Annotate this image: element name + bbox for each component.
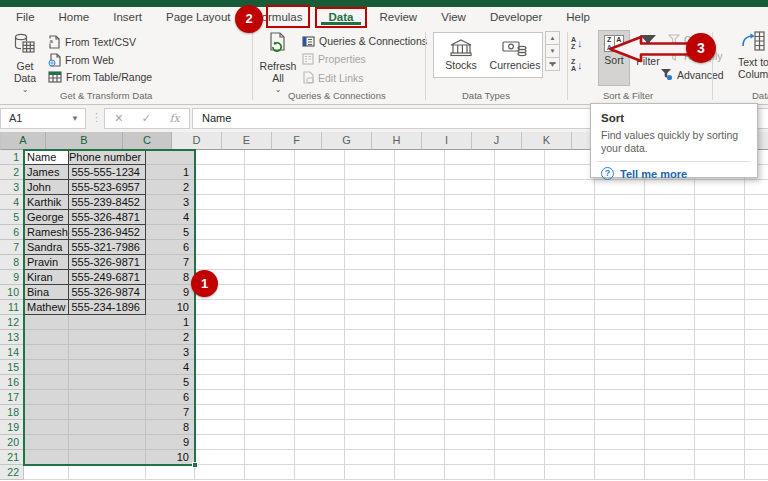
cell-A3[interactable]: John bbox=[24, 180, 69, 195]
cell-G1[interactable] bbox=[345, 150, 395, 165]
cell-L13[interactable] bbox=[595, 330, 645, 345]
cell-I18[interactable] bbox=[445, 405, 495, 420]
row-header-12[interactable]: 12 bbox=[0, 315, 24, 330]
cell-C3[interactable]: 2 bbox=[146, 180, 195, 195]
sort-ascending-button[interactable]: AZ↓ bbox=[571, 34, 595, 52]
cell-K17[interactable] bbox=[545, 390, 595, 405]
cell-A13[interactable] bbox=[24, 330, 69, 345]
cell-I14[interactable] bbox=[445, 345, 495, 360]
cell-D4[interactable] bbox=[195, 195, 245, 210]
cell-M9[interactable] bbox=[645, 270, 695, 285]
cell-O15[interactable] bbox=[745, 360, 768, 375]
cell-C15[interactable]: 4 bbox=[146, 360, 195, 375]
cell-H7[interactable] bbox=[395, 240, 445, 255]
cell-L22[interactable] bbox=[595, 465, 645, 480]
cell-A19[interactable] bbox=[24, 420, 69, 435]
column-header-H[interactable]: H bbox=[372, 132, 422, 150]
cell-L18[interactable] bbox=[595, 405, 645, 420]
cell-E5[interactable] bbox=[245, 210, 295, 225]
cell-B20[interactable] bbox=[69, 435, 146, 450]
column-header-E[interactable]: E bbox=[222, 132, 272, 150]
cell-E9[interactable] bbox=[245, 270, 295, 285]
cell-N17[interactable] bbox=[695, 390, 745, 405]
cell-N7[interactable] bbox=[695, 240, 745, 255]
cell-F17[interactable] bbox=[295, 390, 345, 405]
cell-K14[interactable] bbox=[545, 345, 595, 360]
cell-K2[interactable] bbox=[545, 165, 595, 180]
cell-E3[interactable] bbox=[245, 180, 295, 195]
cell-A7[interactable]: Sandra bbox=[24, 240, 69, 255]
cell-K1[interactable] bbox=[545, 150, 595, 165]
cell-D21[interactable] bbox=[195, 450, 245, 465]
row-header-9[interactable]: 9 bbox=[0, 270, 24, 285]
cell-J21[interactable] bbox=[495, 450, 545, 465]
cell-O14[interactable] bbox=[745, 345, 768, 360]
cell-J3[interactable] bbox=[495, 180, 545, 195]
cell-L20[interactable] bbox=[595, 435, 645, 450]
cell-F11[interactable] bbox=[295, 300, 345, 315]
cell-G3[interactable] bbox=[345, 180, 395, 195]
advanced-filter-button[interactable]: Advanced bbox=[660, 68, 724, 81]
cell-N18[interactable] bbox=[695, 405, 745, 420]
cell-N15[interactable] bbox=[695, 360, 745, 375]
cell-D14[interactable] bbox=[195, 345, 245, 360]
cell-N8[interactable] bbox=[695, 255, 745, 270]
cell-O9[interactable] bbox=[745, 270, 768, 285]
cancel-icon[interactable]: ✕ bbox=[114, 112, 123, 125]
cell-I7[interactable] bbox=[445, 240, 495, 255]
cell-L9[interactable] bbox=[595, 270, 645, 285]
cell-H9[interactable] bbox=[395, 270, 445, 285]
cell-F15[interactable] bbox=[295, 360, 345, 375]
cell-O6[interactable] bbox=[745, 225, 768, 240]
cell-L12[interactable] bbox=[595, 315, 645, 330]
cell-I21[interactable] bbox=[445, 450, 495, 465]
cell-D7[interactable] bbox=[195, 240, 245, 255]
row-header-5[interactable]: 5 bbox=[0, 210, 24, 225]
cell-G4[interactable] bbox=[345, 195, 395, 210]
cell-K9[interactable] bbox=[545, 270, 595, 285]
cell-B4[interactable]: 555-239-8452 bbox=[69, 195, 146, 210]
tell-me-more-link[interactable]: ? Tell me more bbox=[601, 167, 747, 180]
cell-K8[interactable] bbox=[545, 255, 595, 270]
cell-O13[interactable] bbox=[745, 330, 768, 345]
row-header-14[interactable]: 14 bbox=[0, 345, 24, 360]
cell-E11[interactable] bbox=[245, 300, 295, 315]
cell-J18[interactable] bbox=[495, 405, 545, 420]
cell-I12[interactable] bbox=[445, 315, 495, 330]
cell-H13[interactable] bbox=[395, 330, 445, 345]
cell-O8[interactable] bbox=[745, 255, 768, 270]
tab-file[interactable]: File bbox=[4, 7, 47, 28]
cell-H14[interactable] bbox=[395, 345, 445, 360]
cell-B3[interactable]: 555-523-6957 bbox=[69, 180, 146, 195]
cell-M3[interactable] bbox=[645, 180, 695, 195]
cell-D8[interactable] bbox=[195, 255, 245, 270]
cell-E18[interactable] bbox=[245, 405, 295, 420]
cell-G11[interactable] bbox=[345, 300, 395, 315]
cell-C12[interactable]: 1 bbox=[146, 315, 195, 330]
cell-L11[interactable] bbox=[595, 300, 645, 315]
cell-F12[interactable] bbox=[295, 315, 345, 330]
row-header-19[interactable]: 19 bbox=[0, 420, 24, 435]
cell-E15[interactable] bbox=[245, 360, 295, 375]
row-header-6[interactable]: 6 bbox=[0, 225, 24, 240]
row-header-4[interactable]: 4 bbox=[0, 195, 24, 210]
cell-D3[interactable] bbox=[195, 180, 245, 195]
refresh-all-button[interactable]: Refresh All ⌄ bbox=[256, 32, 300, 96]
cell-L15[interactable] bbox=[595, 360, 645, 375]
gallery-more-icon[interactable]: ▬▼ bbox=[545, 57, 560, 71]
cell-A8[interactable]: Pravin bbox=[24, 255, 69, 270]
cell-K5[interactable] bbox=[545, 210, 595, 225]
cell-C4[interactable]: 3 bbox=[146, 195, 195, 210]
cell-O17[interactable] bbox=[745, 390, 768, 405]
cell-D16[interactable] bbox=[195, 375, 245, 390]
cell-N9[interactable] bbox=[695, 270, 745, 285]
cell-F19[interactable] bbox=[295, 420, 345, 435]
cell-O22[interactable] bbox=[745, 465, 768, 480]
cell-M21[interactable] bbox=[645, 450, 695, 465]
cell-G8[interactable] bbox=[345, 255, 395, 270]
cell-G17[interactable] bbox=[345, 390, 395, 405]
cell-E6[interactable] bbox=[245, 225, 295, 240]
tab-help[interactable]: Help bbox=[554, 7, 602, 28]
cell-B12[interactable] bbox=[69, 315, 146, 330]
cell-E12[interactable] bbox=[245, 315, 295, 330]
